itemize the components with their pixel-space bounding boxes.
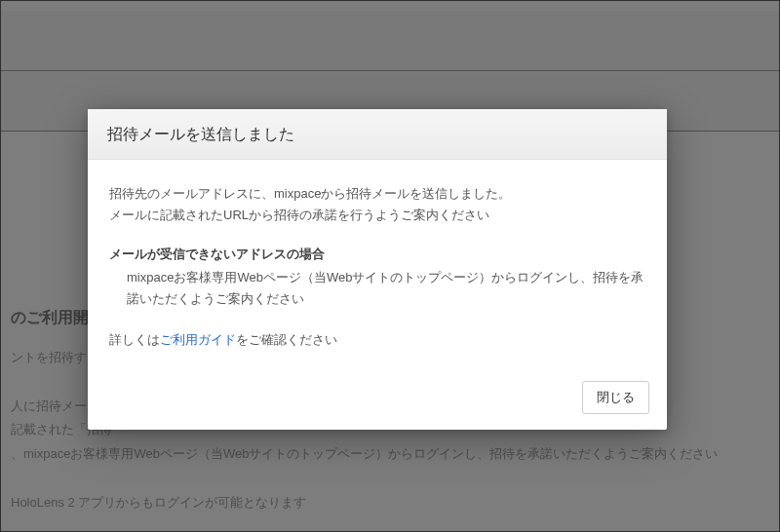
- link-suffix: をご確認ください: [236, 332, 337, 347]
- usage-guide-link[interactable]: ご利用ガイド: [160, 332, 236, 347]
- invitation-sent-dialog: 招待メールを送信しました 招待先のメールアドレスに、mixpaceから招待メール…: [88, 109, 667, 430]
- dialog-subheading: メールが受信できないアドレスの場合: [109, 244, 645, 265]
- dialog-paragraph: 招待先のメールアドレスに、mixpaceから招待メールを送信しました。 メールに…: [109, 183, 645, 226]
- dialog-text-line: 招待先のメールアドレスに、mixpaceから招待メールを送信しました。: [109, 183, 645, 205]
- dialog-link-line: 詳しくはご利用ガイドをご確認ください: [109, 329, 645, 351]
- dialog-title: 招待メールを送信しました: [107, 125, 647, 145]
- dialog-header: 招待メールを送信しました: [88, 109, 667, 160]
- dialog-body: 招待先のメールアドレスに、mixpaceから招待メールを送信しました。 メールに…: [88, 160, 667, 369]
- dialog-footer: 閉じる: [88, 369, 667, 430]
- close-button[interactable]: 閉じる: [582, 381, 649, 414]
- dialog-subbody: mixpaceお客様専用Webページ（当Webサイトのトップページ）からログイン…: [109, 267, 645, 310]
- dialog-text-line: メールに記載されたURLから招待の承諾を行うようご案内ください: [109, 205, 645, 226]
- link-prefix: 詳しくは: [109, 332, 160, 347]
- modal-overlay[interactable]: 招待メールを送信しました 招待先のメールアドレスに、mixpaceから招待メール…: [0, 0, 780, 532]
